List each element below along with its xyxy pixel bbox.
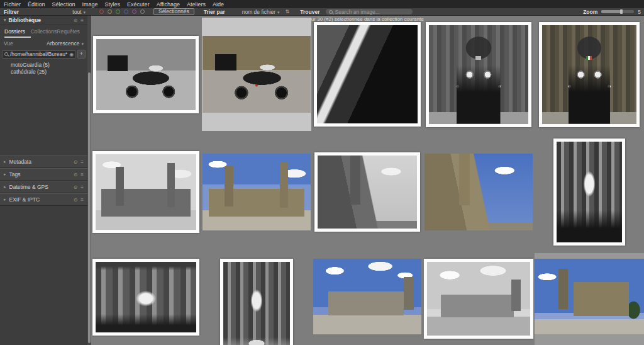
photo-cathedral-low-color[interactable] bbox=[425, 154, 533, 230]
panel-datetime-gps[interactable]: ▸ Datetime & GPS ⊙≡ bbox=[0, 181, 87, 193]
tab-requetes[interactable]: Requêtes bbox=[57, 28, 83, 38]
photo-moto-front-bw[interactable] bbox=[426, 22, 531, 127]
panel-exif-iptc[interactable]: ▸ EXIF & IPTC ⊙≡ bbox=[0, 193, 87, 206]
zoom-slider[interactable] bbox=[601, 10, 634, 13]
photo-interior-altar-bw[interactable] bbox=[220, 259, 293, 345]
folder-path-value: /home/hannibal/Bureau* bbox=[10, 51, 67, 57]
photo-interior-wide-bw[interactable] bbox=[92, 259, 199, 336]
lighttable-canvas: 1 image sur 30 (#2) sélectionnée dans la… bbox=[91, 16, 644, 345]
expand-icon: ▸ bbox=[4, 172, 6, 177]
zoom-slider-handle[interactable] bbox=[620, 9, 623, 14]
photo-chateau-bw[interactable] bbox=[424, 259, 533, 339]
scrollbar-handle[interactable] bbox=[88, 72, 91, 343]
thumbnail-cell[interactable] bbox=[202, 135, 311, 249]
settings-icon[interactable]: ⊙ bbox=[74, 172, 78, 178]
menu-icon[interactable]: ≡ bbox=[80, 159, 84, 165]
thumbnail-cell[interactable] bbox=[202, 253, 311, 345]
folder-item-cathedrale[interactable]: cathédrale (25) bbox=[11, 69, 87, 76]
menu-edition[interactable]: Édition bbox=[28, 1, 45, 8]
photo-cathedral-facade-color[interactable] bbox=[203, 154, 311, 230]
menu-image[interactable]: Image bbox=[82, 1, 98, 8]
panel-tags[interactable]: ▸ Tags ⊙≡ bbox=[0, 168, 87, 181]
menu-aide[interactable]: Aide bbox=[213, 1, 224, 8]
photo-cathedral-low-bw[interactable] bbox=[314, 152, 420, 232]
panel-metadata[interactable]: ▸ Metadata ⊙≡ bbox=[0, 156, 87, 168]
find-label: Trouver bbox=[300, 9, 319, 15]
thumbnail-cell[interactable] bbox=[91, 135, 201, 249]
photo-moto-side-color[interactable] bbox=[203, 36, 311, 113]
search-input[interactable]: Search an image... bbox=[326, 9, 413, 14]
photo-moto-front-color[interactable] bbox=[539, 22, 640, 127]
expand-icon: ▸ bbox=[4, 159, 6, 164]
add-folder-button[interactable]: + bbox=[77, 50, 86, 59]
menu-icon[interactable]: ≡ bbox=[80, 184, 84, 190]
settings-icon[interactable]: ⊙ bbox=[74, 159, 78, 165]
chevron-down-icon: ▾ bbox=[81, 42, 84, 46]
sort-direction-icon[interactable]: ⇅ bbox=[286, 9, 290, 14]
sort-field-dropdown[interactable]: nom de fichier▾ bbox=[242, 9, 280, 15]
tab-dossiers[interactable]: Dossiers bbox=[4, 28, 31, 38]
menu-styles[interactable]: Styles bbox=[105, 1, 121, 8]
sort-by-label: Trier par bbox=[204, 9, 225, 15]
library-panel-header[interactable]: ▾ Bibliothèque ⊙ ≡ bbox=[0, 16, 87, 25]
photo-moto-closeup-bw[interactable] bbox=[314, 22, 421, 127]
photo-nave-portrait-bw[interactable] bbox=[553, 139, 625, 246]
color-label-icon[interactable] bbox=[116, 9, 120, 14]
thumbnail-cell[interactable] bbox=[313, 18, 422, 131]
search-icon bbox=[4, 52, 8, 56]
menu-affichage[interactable]: Affichage bbox=[157, 1, 180, 8]
filter-scope-dropdown[interactable]: tout▾ bbox=[72, 9, 86, 15]
menu-selection[interactable]: Sélection bbox=[52, 1, 75, 8]
menu-icon[interactable]: ≡ bbox=[80, 172, 84, 178]
folder-path-input[interactable]: /home/hannibal/Bureau* ◉ bbox=[2, 50, 76, 59]
zoom-value: 5 bbox=[638, 9, 641, 15]
thumbnail-cell[interactable] bbox=[535, 253, 644, 345]
photo-chateau-color[interactable] bbox=[313, 259, 421, 334]
menu-executer[interactable]: Exécuter bbox=[127, 1, 150, 8]
thumbnail-cell[interactable] bbox=[313, 253, 422, 345]
thumbnail-cell[interactable] bbox=[202, 18, 311, 131]
eye-icon[interactable]: ◉ bbox=[69, 52, 74, 57]
thumbnail-cell[interactable] bbox=[535, 18, 644, 131]
selected-filter-button[interactable]: Sélectionnés bbox=[153, 8, 194, 15]
thumbnail-cell[interactable] bbox=[91, 18, 201, 131]
photo-cathedral-facade-bw[interactable] bbox=[92, 151, 199, 233]
settings-icon[interactable]: ⊙ bbox=[74, 184, 78, 190]
color-label-icon[interactable] bbox=[108, 9, 112, 14]
color-label-icon[interactable] bbox=[124, 9, 128, 14]
thumbnail-cell[interactable] bbox=[313, 135, 422, 249]
settings-icon[interactable]: ⊙ bbox=[74, 18, 78, 23]
filter-label: Filtrer bbox=[4, 9, 19, 15]
chevron-down-icon: ▾ bbox=[277, 10, 280, 14]
color-label-icon[interactable] bbox=[140, 9, 145, 14]
view-mode-dropdown[interactable]: Arborescence▾ bbox=[47, 40, 84, 47]
thumbnail-grid bbox=[91, 18, 644, 345]
thumbnail-cell[interactable] bbox=[91, 253, 201, 345]
menu-ateliers[interactable]: Ateliers bbox=[187, 1, 206, 8]
color-labels bbox=[99, 9, 145, 14]
color-label-icon[interactable] bbox=[132, 9, 136, 14]
left-sidebar: ▾ Bibliothèque ⊙ ≡ Dossiers Collections … bbox=[0, 16, 87, 345]
thumbnail-cell[interactable] bbox=[424, 18, 533, 131]
search-icon bbox=[329, 10, 333, 14]
photo-moto-side-bw[interactable] bbox=[93, 36, 199, 113]
folder-item-motoguardia[interactable]: motoGuardia (5) bbox=[11, 62, 87, 69]
collapsed-panels: ▸ Metadata ⊙≡ ▸ Tags ⊙≡ ▸ Datetime & GPS… bbox=[0, 156, 87, 206]
view-label: Vue bbox=[4, 40, 13, 47]
menu-fichier[interactable]: Fichier bbox=[4, 1, 21, 8]
library-title: Bibliothèque bbox=[9, 17, 41, 23]
expand-icon: ▸ bbox=[4, 197, 6, 202]
thumbnail-cell[interactable] bbox=[424, 135, 533, 249]
filter-toolbar: Filtrer tout▾ Sélectionnés Trier par nom… bbox=[0, 8, 644, 16]
menu-icon[interactable]: ≡ bbox=[80, 18, 84, 23]
chevron-down-icon: ▾ bbox=[83, 10, 86, 14]
menu-icon[interactable]: ≡ bbox=[80, 197, 84, 203]
color-label-icon[interactable] bbox=[99, 9, 104, 14]
thumbnail-cell[interactable] bbox=[424, 253, 533, 345]
photo-cathedral-tower-color[interactable] bbox=[535, 259, 644, 334]
settings-icon[interactable]: ⊙ bbox=[74, 197, 78, 203]
tab-collections[interactable]: Collections bbox=[31, 28, 57, 38]
collapse-icon[interactable]: ▾ bbox=[4, 18, 6, 23]
application-window: Fichier Édition Sélection Image Styles E… bbox=[0, 0, 644, 345]
thumbnail-cell[interactable] bbox=[535, 135, 644, 249]
